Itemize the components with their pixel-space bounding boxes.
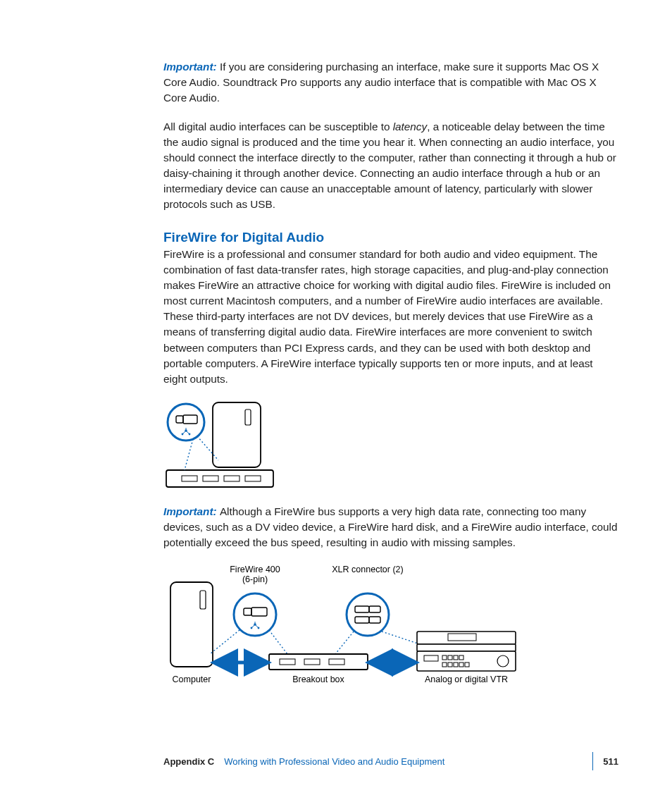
firewire-paragraph: FireWire is a professional and consumer … (163, 247, 618, 388)
xlr-label: XLR connector (2) (332, 565, 403, 574)
svg-rect-38 (269, 654, 368, 670)
firewire-tower-svg (163, 400, 276, 491)
important-paragraph-2: Important: Although a FireWire bus suppo… (163, 504, 618, 551)
important-label-2: Important: (163, 505, 220, 517)
caption-vtr: Analog or digital VTR (425, 674, 508, 684)
svg-rect-18 (170, 582, 213, 667)
important-paragraph-1: Important: If you are considering purcha… (163, 59, 618, 106)
svg-line-36 (335, 632, 354, 654)
page-footer: Appendix C Working with Professional Vid… (163, 748, 618, 770)
caption-breakout: Breakout box (292, 674, 344, 684)
figure-signal-chain: FireWire 400 (6-pin) XLR connector (2) C… (163, 564, 618, 691)
signal-chain-svg: FireWire 400 (6-pin) XLR connector (2) C… (163, 564, 530, 691)
svg-rect-2 (166, 470, 273, 487)
footer-appendix: Appendix C (163, 756, 214, 767)
important-text: If you are considering purchasing an int… (163, 61, 599, 104)
caption-computer: Computer (173, 674, 211, 684)
svg-line-17 (185, 439, 193, 470)
important-text-2: Although a FireWire bus supports a very … (163, 505, 617, 548)
svg-rect-0 (213, 402, 261, 467)
para2-post: , a noticeable delay between the time th… (163, 121, 616, 211)
latency-term: latency (393, 121, 427, 133)
fw400-line1: FireWire 400 (230, 565, 280, 574)
important-label: Important: (163, 61, 220, 73)
footer-title: Working with Professional Video and Audi… (224, 756, 583, 767)
footer-separator (592, 752, 593, 770)
svg-point-7 (168, 404, 204, 441)
fw400-line2: (6-pin) (242, 574, 268, 584)
latency-paragraph: All digital audio interfaces can be susc… (163, 119, 618, 213)
figure-firewire-tower (163, 400, 618, 491)
svg-point-31 (347, 593, 389, 636)
svg-rect-43 (417, 644, 516, 651)
svg-line-30 (269, 630, 287, 654)
svg-point-20 (234, 593, 276, 636)
section-heading: FireWire for Digital Audio (163, 230, 618, 245)
svg-line-29 (210, 630, 239, 654)
para2-pre: All digital audio interfaces can be susc… (163, 121, 393, 133)
footer-page-number: 511 (603, 756, 618, 767)
